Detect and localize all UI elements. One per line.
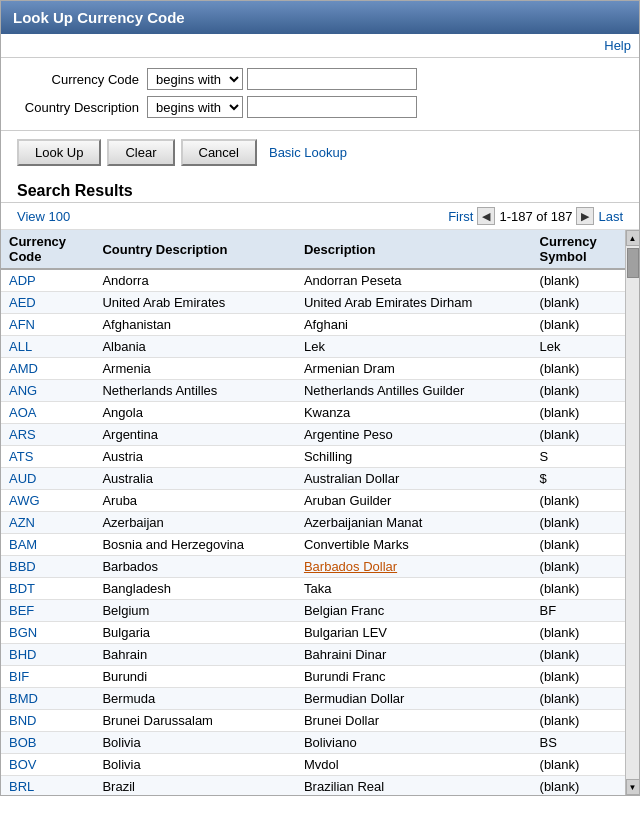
cell-description: Andorran Peseta <box>296 269 532 292</box>
cell-currency-code[interactable]: BMD <box>1 688 94 710</box>
table-row: BIFBurundiBurundi Franc(blank) <box>1 666 625 688</box>
cell-symbol: (blank) <box>532 622 625 644</box>
col-currency-code: CurrencyCode <box>1 230 94 269</box>
scroll-up-button[interactable]: ▲ <box>626 230 640 246</box>
lookup-button[interactable]: Look Up <box>17 139 101 166</box>
cell-currency-code[interactable]: AZN <box>1 512 94 534</box>
country-description-input[interactable] <box>247 96 417 118</box>
cell-currency-code[interactable]: BHD <box>1 644 94 666</box>
cancel-button[interactable]: Cancel <box>181 139 257 166</box>
cell-symbol: (blank) <box>532 424 625 446</box>
table-row: AOAAngolaKwanza(blank) <box>1 402 625 424</box>
cell-currency-code[interactable]: AWG <box>1 490 94 512</box>
cell-description: Schilling <box>296 446 532 468</box>
table-row: BMDBermudaBermudian Dollar(blank) <box>1 688 625 710</box>
cell-symbol: BF <box>532 600 625 622</box>
cell-description: Argentine Peso <box>296 424 532 446</box>
currency-code-input[interactable] <box>247 68 417 90</box>
table-row: AWGArubaAruban Guilder(blank) <box>1 490 625 512</box>
cell-currency-code[interactable]: BGN <box>1 622 94 644</box>
cell-country: Argentina <box>94 424 296 446</box>
cell-country: Bolivia <box>94 732 296 754</box>
cell-description: Mvdol <box>296 754 532 776</box>
table-row: ANGNetherlands AntillesNetherlands Antil… <box>1 380 625 402</box>
cell-symbol: (blank) <box>532 710 625 732</box>
basic-lookup-link[interactable]: Basic Lookup <box>269 145 347 160</box>
cell-currency-code[interactable]: AED <box>1 292 94 314</box>
country-description-row: Country Description begins with contains… <box>17 96 623 118</box>
table-row: ATSAustriaSchillingS <box>1 446 625 468</box>
last-link[interactable]: Last <box>598 209 623 224</box>
table-row: BBDBarbadosBarbados Dollar(blank) <box>1 556 625 578</box>
next-button[interactable]: ▶ <box>576 207 594 225</box>
cell-currency-code[interactable]: BIF <box>1 666 94 688</box>
cell-description: Azerbaijanian Manat <box>296 512 532 534</box>
currency-code-row: Currency Code begins with contains ends … <box>17 68 623 90</box>
cell-country: Afghanistan <box>94 314 296 336</box>
col-country-description: Country Description <box>94 230 296 269</box>
page-title: Look Up Currency Code <box>13 9 185 26</box>
cell-currency-code[interactable]: BEF <box>1 600 94 622</box>
cell-description: Brazilian Real <box>296 776 532 796</box>
cell-symbol: (blank) <box>532 578 625 600</box>
results-table-wrapper: CurrencyCode Country Description Descrip… <box>1 230 639 795</box>
search-results-header: Search Results <box>1 176 639 203</box>
cell-currency-code[interactable]: ADP <box>1 269 94 292</box>
first-link[interactable]: First <box>448 209 473 224</box>
cell-currency-code[interactable]: AOA <box>1 402 94 424</box>
cell-description[interactable]: Barbados Dollar <box>296 556 532 578</box>
table-row: BDTBangladeshTaka(blank) <box>1 578 625 600</box>
cell-currency-code[interactable]: BBD <box>1 556 94 578</box>
results-table: CurrencyCode Country Description Descrip… <box>1 230 625 795</box>
cell-symbol: (blank) <box>532 358 625 380</box>
cell-currency-code[interactable]: ALL <box>1 336 94 358</box>
col-description: Description <box>296 230 532 269</box>
cell-symbol: (blank) <box>532 314 625 336</box>
table-row: ARSArgentinaArgentine Peso(blank) <box>1 424 625 446</box>
cell-currency-code[interactable]: BOB <box>1 732 94 754</box>
table-row: BHDBahrainBahraini Dinar(blank) <box>1 644 625 666</box>
view-label[interactable]: View 100 <box>17 209 70 224</box>
cell-symbol: Lek <box>532 336 625 358</box>
cell-description: Boliviano <box>296 732 532 754</box>
cell-symbol: (blank) <box>532 292 625 314</box>
cell-description: Armenian Dram <box>296 358 532 380</box>
table-inner: CurrencyCode Country Description Descrip… <box>1 230 625 795</box>
cell-country: Bermuda <box>94 688 296 710</box>
scroll-down-button[interactable]: ▼ <box>626 779 640 795</box>
cell-description: Aruban Guilder <box>296 490 532 512</box>
cell-description: Netherlands Antilles Guilder <box>296 380 532 402</box>
results-nav: View 100 First ◀ 1-187 of 187 ▶ Last <box>1 203 639 230</box>
table-row: AEDUnited Arab EmiratesUnited Arab Emira… <box>1 292 625 314</box>
cell-currency-code[interactable]: BOV <box>1 754 94 776</box>
cell-currency-code[interactable]: BAM <box>1 534 94 556</box>
clear-button[interactable]: Clear <box>107 139 174 166</box>
page-count: 1-187 of 187 <box>499 209 572 224</box>
table-row: BNDBrunei DarussalamBrunei Dollar(blank) <box>1 710 625 732</box>
cell-symbol: (blank) <box>532 644 625 666</box>
cell-country: Barbados <box>94 556 296 578</box>
cell-currency-code[interactable]: BRL <box>1 776 94 796</box>
cell-currency-code[interactable]: AFN <box>1 314 94 336</box>
cell-country: Brunei Darussalam <box>94 710 296 732</box>
cell-country: United Arab Emirates <box>94 292 296 314</box>
cell-symbol: (blank) <box>532 556 625 578</box>
help-bar: Help <box>1 34 639 58</box>
cell-currency-code[interactable]: ARS <box>1 424 94 446</box>
help-link[interactable]: Help <box>604 38 631 53</box>
cell-currency-code[interactable]: AMD <box>1 358 94 380</box>
prev-button[interactable]: ◀ <box>477 207 495 225</box>
cell-currency-code[interactable]: ANG <box>1 380 94 402</box>
cell-currency-code[interactable]: BND <box>1 710 94 732</box>
cell-country: Bosnia and Herzegovina <box>94 534 296 556</box>
cell-currency-code[interactable]: AUD <box>1 468 94 490</box>
cell-currency-code[interactable]: ATS <box>1 446 94 468</box>
table-row: BOBBoliviaBolivianoBS <box>1 732 625 754</box>
table-row: BRLBrazilBrazilian Real(blank) <box>1 776 625 796</box>
scroll-thumb[interactable] <box>627 248 639 278</box>
cell-currency-code[interactable]: BDT <box>1 578 94 600</box>
table-row: BAMBosnia and HerzegovinaConvertible Mar… <box>1 534 625 556</box>
scrollbar[interactable]: ▲ ▼ <box>625 230 639 795</box>
country-description-operator[interactable]: begins with contains ends with equals <box>147 96 243 118</box>
currency-code-operator[interactable]: begins with contains ends with equals <box>147 68 243 90</box>
